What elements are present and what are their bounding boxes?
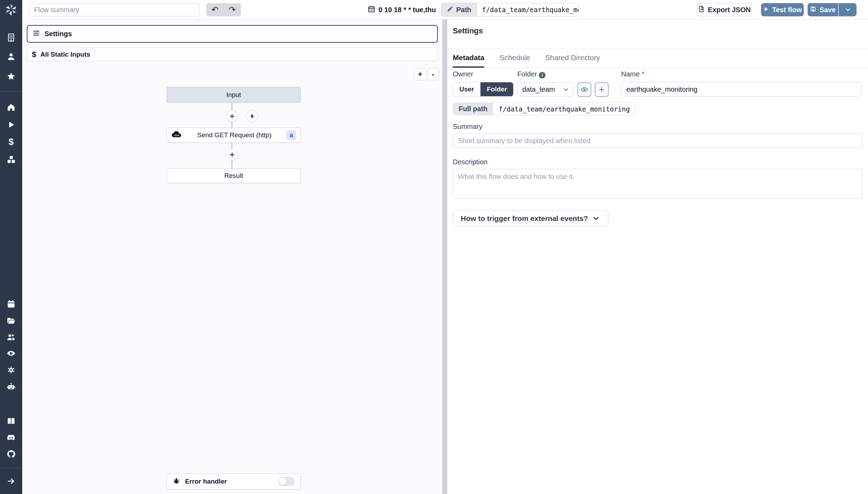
flow-node-result[interactable]: Result [167,168,301,183]
folder-label: Folder i [517,70,621,79]
flow-settings-box[interactable]: Settings [27,25,438,43]
description-textarea[interactable] [453,169,862,199]
play-icon [763,6,769,14]
user-icon[interactable] [7,52,16,61]
expand-sidebar-arrow-icon[interactable] [7,477,16,486]
save-floppy-icon [810,6,816,14]
favorites-star-icon[interactable] [7,72,16,81]
redo-button[interactable]: ↷ [224,3,241,16]
step-label: Send GET Request (http) [182,131,286,139]
settings-tabs: Metadata Schedule Shared Directory [453,49,600,68]
pencil-icon [447,6,453,14]
add-folder-plus-button[interactable] [595,82,609,97]
bug-icon [173,477,180,486]
sliders-icon [32,29,40,39]
windmill-logo-icon[interactable] [4,3,18,17]
flow-settings-box-label: Settings [44,30,72,38]
zoom-out-button[interactable]: - [427,68,439,80]
path-control: Path f/data_team/earthquake_monit [441,3,579,17]
discord-icon[interactable] [7,433,16,442]
info-icon[interactable]: i [539,72,545,79]
view-folder-eye-button[interactable] [577,82,591,97]
panel-splitter[interactable] [442,19,447,494]
chevron-down-icon [844,6,851,13]
summary-label: Summary [453,123,483,131]
workspace-icon[interactable] [7,33,16,42]
audit-eye-icon[interactable] [7,349,16,358]
cron-expression: 0 10 18 * * tue,thu [378,6,436,14]
undo-redo-group: ↶ ↷ [206,3,241,16]
flow-node-step[interactable]: HTTP Send GET Request (http) a [167,127,301,143]
calendar-icon [368,5,375,14]
name-label: Name * [621,70,862,78]
sidebar-divider [0,91,22,92]
settings-panel: Settings Metadata Schedule Shared Direct… [447,19,868,494]
full-path-badge: Full path [453,103,493,115]
owner-toggle-group: User Folder [453,82,514,97]
owner-user-option[interactable]: User [453,82,481,96]
summary-input[interactable] [453,133,862,148]
flow-editor-page: $ [0,0,868,494]
sidebar-divider [0,468,22,468]
tab-schedule[interactable]: Schedule [500,49,530,68]
export-icon [698,6,705,14]
chevron-down-icon [563,87,569,93]
all-static-inputs-label: All Static Inputs [40,51,90,58]
path-badge[interactable]: Path [441,3,477,16]
schedules-calendar-icon[interactable] [7,299,16,308]
tab-shared-directory[interactable]: Shared Directory [545,49,600,68]
http-cloud-icon: HTTP [171,130,182,140]
description-label: Description [453,158,487,166]
github-icon[interactable] [7,450,16,459]
runs-play-icon[interactable] [7,120,16,129]
path-value[interactable]: f/data_team/earthquake_monit [477,3,578,16]
variables-dollar-icon[interactable]: $ [7,137,16,146]
toggle-knob [279,478,286,485]
step-id-badge: a [286,130,296,140]
folder-select[interactable]: data_team [517,82,574,97]
app-sidebar: $ [0,0,22,494]
settings-panel-title: Settings [453,26,483,35]
flow-node-input[interactable]: Input [167,87,301,102]
full-path-control: Full path f/data_team/earthquake_monitor… [453,102,636,115]
settings-gear-icon[interactable] [7,365,16,374]
workers-robot-icon[interactable] [7,382,16,391]
export-json-button[interactable]: Export JSON [697,3,752,16]
test-flow-button[interactable]: Test flow [761,3,804,16]
folders-icon[interactable] [7,316,16,325]
resources-cubes-icon[interactable] [7,155,16,164]
flow-toolbar: ↶ ↷ 0 10 18 * * tue,thu Path f/data_team… [22,0,868,19]
groups-gear-icon[interactable] [7,333,16,342]
add-step-button[interactable] [226,149,238,160]
chevron-down-icon [592,214,600,223]
owner-label: Owner [453,70,517,78]
undo-button[interactable]: ↶ [206,3,224,16]
error-handler-toggle[interactable] [278,477,295,486]
save-button[interactable]: Save [808,3,838,16]
flow-summary-input[interactable] [29,3,200,16]
error-handler-label: Error handler [185,478,227,485]
add-step-button[interactable] [226,110,238,122]
error-handler-node[interactable]: Error handler [167,474,301,489]
metadata-form-row: Owner User Folder Folder i data_team [453,70,862,97]
zoom-in-button[interactable]: + [414,68,426,80]
all-static-inputs-box[interactable]: $ All Static Inputs [27,48,438,61]
name-input[interactable] [621,82,862,97]
flow-canvas[interactable]: Settings $ All Static Inputs + - Input H… [22,19,442,494]
cron-schedule[interactable]: 0 10 18 * * tue,thu [368,3,436,16]
full-path-value[interactable]: f/data_team/earthquake_monitoring [493,103,635,115]
owner-folder-option[interactable]: Folder [481,82,513,96]
divider [447,68,868,68]
required-asterisk: * [642,70,644,78]
docs-book-icon[interactable] [7,417,16,426]
add-trigger-bolt-button[interactable] [246,110,258,122]
dollar-icon: $ [32,50,36,59]
external-trigger-help-button[interactable]: How to trigger from external events? [453,211,608,227]
home-icon[interactable] [7,103,16,112]
save-dropdown-button[interactable] [838,3,857,16]
svg-text:HTTP: HTTP [174,134,179,137]
tab-metadata[interactable]: Metadata [453,49,484,68]
